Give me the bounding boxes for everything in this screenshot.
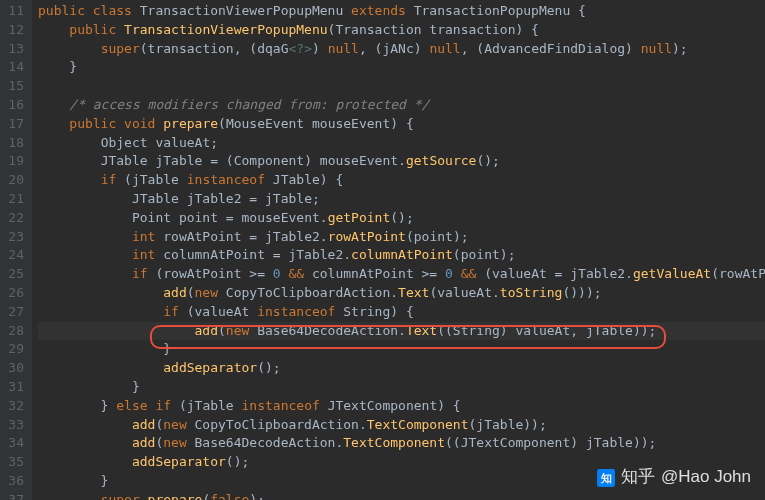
token: >=	[249, 266, 265, 281]
code-line[interactable]	[38, 77, 765, 96]
line-number: 16	[4, 96, 24, 115]
token: CopyToClipboardAction	[226, 285, 390, 300]
token: jTable	[132, 172, 179, 187]
token: new	[226, 323, 249, 338]
token: TextComponent	[367, 417, 469, 432]
token: Point	[132, 210, 171, 225]
token: Object	[101, 135, 148, 150]
line-number: 31	[4, 378, 24, 397]
token: columnAtPoint	[163, 247, 265, 262]
code-line[interactable]: super(transaction, (dqaG<?>) null, (jANc…	[38, 40, 765, 59]
code-line[interactable]: public void prepare(MouseEvent mouseEven…	[38, 115, 765, 134]
token: Base64DecodeAction	[195, 435, 336, 450]
token: public	[69, 22, 116, 37]
line-number: 36	[4, 472, 24, 491]
token: new	[195, 285, 218, 300]
code-line[interactable]: public class TransactionViewerPopupMenu …	[38, 2, 765, 21]
line-number: 26	[4, 284, 24, 303]
svg-text:知: 知	[599, 471, 611, 483]
code-area[interactable]: public class TransactionViewerPopupMenu …	[32, 0, 765, 500]
token: Text	[398, 285, 429, 300]
code-line[interactable]: JTable jTable2 = jTable;	[38, 190, 765, 209]
token: TransactionViewerPopupMenu	[124, 22, 328, 37]
code-line[interactable]: public TransactionViewerPopupMenu(Transa…	[38, 21, 765, 40]
token: point	[414, 229, 453, 244]
token: String	[453, 323, 500, 338]
code-line[interactable]: int columnAtPoint = jTable2.columnAtPoin…	[38, 246, 765, 265]
token: TextComponent	[343, 435, 445, 450]
token: String	[343, 304, 390, 319]
token: Transaction	[335, 22, 421, 37]
token: prepare	[163, 116, 218, 131]
line-number: 37	[4, 491, 24, 500]
code-line[interactable]: add(new Base64DecodeAction.TextComponent…	[38, 434, 765, 453]
line-number: 21	[4, 190, 24, 209]
token: getSource	[406, 153, 476, 168]
line-number-gutter: 1112131415161718192021222324252627282930…	[0, 0, 32, 500]
token: jTable	[586, 435, 633, 450]
line-number: 15	[4, 77, 24, 96]
token: public	[38, 3, 85, 18]
token: null	[641, 41, 672, 56]
token: if	[132, 266, 148, 281]
line-number: 29	[4, 340, 24, 359]
token: >=	[422, 266, 438, 281]
code-editor[interactable]: 1112131415161718192021222324252627282930…	[0, 0, 765, 500]
token: transaction	[148, 41, 234, 56]
code-line[interactable]: /* access modifiers changed from: protec…	[38, 96, 765, 115]
code-line[interactable]: add(new CopyToClipboardAction.TextCompon…	[38, 416, 765, 435]
token: AdvancedFindDialog	[484, 41, 625, 56]
line-number: 14	[4, 58, 24, 77]
code-line[interactable]: super.prepare(false);	[38, 491, 765, 500]
line-number: 13	[4, 40, 24, 59]
token: rowAtPoint	[163, 266, 241, 281]
token: null	[429, 41, 460, 56]
token: point	[179, 210, 218, 225]
token: jTable	[586, 323, 633, 338]
token: if	[163, 304, 179, 319]
token: transaction	[429, 22, 515, 37]
token: rowAtPoint	[328, 229, 406, 244]
token: false	[210, 492, 249, 500]
token: point	[461, 247, 500, 262]
token: if	[155, 398, 171, 413]
token: super	[101, 492, 140, 500]
token: jTable2	[570, 266, 625, 281]
zhihu-logo-icon: 知	[597, 469, 615, 487]
code-line[interactable]: }	[38, 378, 765, 397]
code-line[interactable]: } else if (jTable instanceof JTextCompon…	[38, 397, 765, 416]
code-line[interactable]: if (rowAtPoint >= 0 && columnAtPoint >= …	[38, 265, 765, 284]
code-line[interactable]: addSeparator();	[38, 359, 765, 378]
code-line[interactable]: if (valueAt instanceof String) {	[38, 303, 765, 322]
watermark-site: 知乎	[621, 465, 655, 490]
token: else	[116, 398, 147, 413]
line-number: 32	[4, 397, 24, 416]
code-line[interactable]: }	[38, 340, 765, 359]
code-line[interactable]: JTable jTable = (Component) mouseEvent.g…	[38, 152, 765, 171]
code-line[interactable]: add(new Base64DecodeAction.Text((String)…	[38, 322, 765, 341]
code-line[interactable]: add(new CopyToClipboardAction.Text(value…	[38, 284, 765, 303]
token: dqaG	[257, 41, 288, 56]
code-line[interactable]: Object valueAt;	[38, 134, 765, 153]
token: <?>	[288, 41, 311, 56]
code-line[interactable]: if (jTable instanceof JTable) {	[38, 171, 765, 190]
line-number: 34	[4, 434, 24, 453]
line-number: 19	[4, 152, 24, 171]
line-number: 25	[4, 265, 24, 284]
code-line[interactable]: }	[38, 58, 765, 77]
token: instanceof	[242, 398, 320, 413]
line-number: 27	[4, 303, 24, 322]
token: rowAtPoint	[163, 229, 241, 244]
line-number: 28	[4, 322, 24, 341]
token: JTextComponent	[461, 435, 571, 450]
code-line[interactable]: int rowAtPoint = jTable2.rowAtPoint(poin…	[38, 228, 765, 247]
code-line[interactable]: Point point = mouseEvent.getPoint();	[38, 209, 765, 228]
token: int	[132, 229, 155, 244]
line-number: 23	[4, 228, 24, 247]
token: super	[101, 41, 140, 56]
token: Base64DecodeAction	[257, 323, 398, 338]
token: valueAt	[492, 266, 547, 281]
token: null	[328, 41, 359, 56]
line-number: 12	[4, 21, 24, 40]
watermark-author: @Hao John	[661, 465, 751, 490]
